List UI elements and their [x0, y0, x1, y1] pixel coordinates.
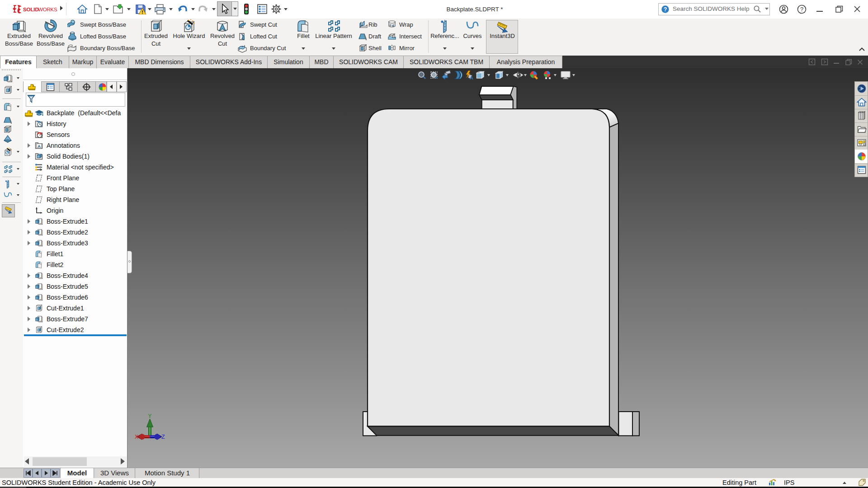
svg-text:SOLID: SOLID	[23, 7, 39, 12]
svg-text:?: ?	[800, 6, 803, 13]
svg-text:c: c	[390, 23, 392, 27]
svg-text:Y: Y	[148, 413, 152, 420]
svg-text:?: ?	[664, 6, 667, 13]
svg-text:A: A	[38, 144, 41, 149]
svg-text:Z: Z	[161, 434, 165, 441]
svg-text:A: A	[470, 75, 473, 80]
svg-text:X: X	[135, 434, 138, 441]
svg-text:R: R	[478, 70, 480, 73]
svg-text:WORKS: WORKS	[38, 7, 57, 12]
svg-text:d: d	[392, 23, 394, 28]
